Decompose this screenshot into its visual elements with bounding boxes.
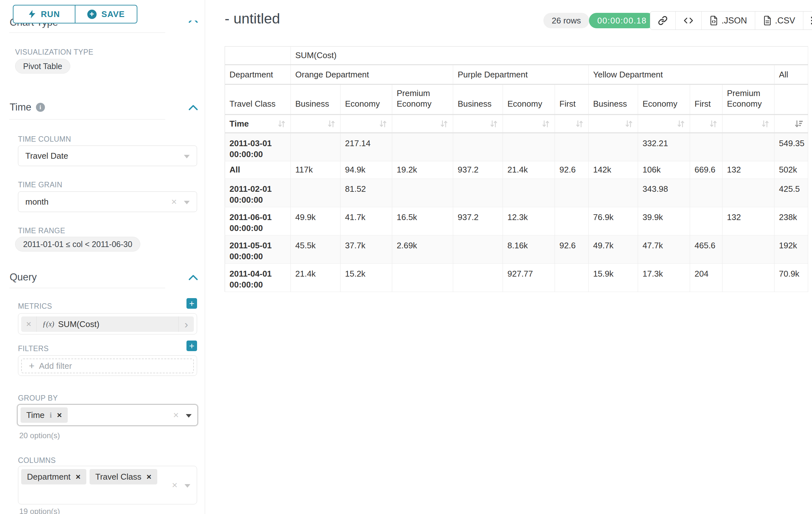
- add-filter-plus-button[interactable]: +: [186, 341, 197, 351]
- table-row: All117k94.9k19.2k937.221.4k92.6142k106k6…: [225, 161, 808, 179]
- clear-icon[interactable]: ×: [171, 197, 177, 207]
- visualization-type-pill[interactable]: Pivot Table: [15, 59, 70, 74]
- remove-pill-icon[interactable]: ×: [76, 472, 81, 482]
- pivot-sorter-cell: [638, 115, 690, 133]
- pivot-sorter-cell: [775, 115, 808, 133]
- pivot-value-cell: 39.9k: [638, 207, 690, 236]
- clear-icon[interactable]: ×: [173, 410, 179, 420]
- columns-label: COLUMNS: [18, 456, 56, 465]
- add-metric-button[interactable]: +: [186, 298, 197, 309]
- query-collapse-chevron-icon[interactable]: [188, 273, 199, 283]
- pivot-metric-header: SUM(Cost): [291, 47, 808, 65]
- pivot-value-cell: [555, 264, 589, 292]
- table-row: 2011-04-01 00:00:0021.4k15.2k927.7715.9k…: [225, 264, 808, 292]
- pivot-column-header: First: [555, 84, 589, 115]
- pivot-value-cell: 937.2: [453, 161, 503, 179]
- chart-type-collapse-chevron-icon[interactable]: [188, 21, 199, 24]
- pivot-value-cell: 45.5k: [291, 236, 341, 264]
- pivot-column-header: Business: [291, 84, 341, 115]
- pivot-value-cell: [690, 133, 722, 161]
- add-filter-button[interactable]: + Add filter: [21, 358, 194, 373]
- pivot-value-cell: 8.16k: [503, 236, 555, 264]
- pivot-value-cell: 21.4k: [503, 161, 555, 179]
- query-section-heading: Query: [10, 271, 37, 283]
- pivot-column-header: [775, 84, 808, 115]
- pivot-value-cell: 49.7k: [589, 236, 638, 264]
- metrics-field: × ƒ(x) SUM(Cost) ›: [18, 313, 197, 334]
- export-json-button[interactable]: .JSON: [701, 11, 755, 30]
- function-icon: ƒ(x): [42, 320, 54, 328]
- sort-toggle-icon[interactable]: [489, 119, 498, 128]
- pivot-value-cell: 92.6: [555, 161, 589, 179]
- embed-code-button[interactable]: [675, 11, 701, 30]
- pivot-value-cell: [392, 179, 453, 207]
- pivot-value-cell: 238k: [775, 207, 808, 236]
- group-by-select[interactable]: Time i × ×: [17, 404, 198, 426]
- pivot-group-header: All: [775, 65, 808, 84]
- pivot-value-cell: 37.7k: [341, 236, 392, 264]
- metrics-label: METRICS: [18, 302, 52, 310]
- pivot-column-header: Economy: [638, 84, 690, 115]
- pivot-value-cell: 142k: [589, 161, 638, 179]
- chart-title[interactable]: - untitled: [225, 10, 280, 27]
- expand-metric-icon[interactable]: ›: [178, 317, 194, 332]
- sort-toggle-icon[interactable]: [761, 119, 770, 128]
- columns-select[interactable]: Department × Travel Class × ×: [18, 466, 197, 504]
- sort-toggle-icon[interactable]: [625, 119, 633, 128]
- file-text-icon: [763, 16, 772, 26]
- columns-pill-travel-class[interactable]: Travel Class ×: [90, 469, 157, 484]
- pivot-value-cell: 549.35: [775, 133, 808, 161]
- columns-pill-department[interactable]: Department ×: [21, 469, 86, 484]
- export-csv-button[interactable]: .CSV: [755, 11, 803, 30]
- remove-pill-icon[interactable]: ×: [147, 472, 151, 482]
- row-count-badge: 26 rows: [543, 13, 589, 28]
- pivot-row-label: 2011-02-01 00:00:00: [225, 179, 291, 207]
- pivot-value-cell: [453, 179, 503, 207]
- pivot-value-cell: 16.5k: [392, 207, 453, 236]
- pivot-value-cell: [392, 133, 453, 161]
- pivot-value-cell: 106k: [638, 161, 690, 179]
- run-button[interactable]: RUN: [13, 5, 75, 23]
- pivot-value-cell: 47.7k: [638, 236, 690, 264]
- remove-metric-icon[interactable]: ×: [21, 317, 37, 332]
- sort-toggle-icon[interactable]: [327, 119, 336, 128]
- pivot-value-cell: 132: [722, 207, 775, 236]
- sort-toggle-icon[interactable]: [676, 119, 685, 128]
- groupby-pill-time[interactable]: Time i ×: [21, 407, 68, 423]
- sort-active-descending-icon[interactable]: [795, 119, 803, 128]
- pivot-sorter-cell: [722, 115, 775, 133]
- pivot-value-cell: [291, 133, 341, 161]
- section-divider: [9, 32, 165, 33]
- metric-pill[interactable]: × ƒ(x) SUM(Cost) ›: [21, 317, 194, 332]
- sort-toggle-icon[interactable]: [542, 119, 550, 128]
- menu-button[interactable]: [803, 11, 812, 30]
- hamburger-menu-icon: [811, 17, 812, 24]
- clear-icon[interactable]: ×: [172, 480, 177, 490]
- time-grain-select[interactable]: month ×: [18, 191, 197, 212]
- groupby-options-hint: 20 option(s): [19, 431, 60, 440]
- time-range-pill[interactable]: 2011-01-01 ≤ col < 2011-06-30: [15, 237, 140, 251]
- sort-toggle-icon[interactable]: [277, 119, 286, 128]
- sort-toggle-icon[interactable]: [440, 119, 448, 128]
- code-icon: [683, 16, 694, 25]
- section-divider: [9, 288, 165, 288]
- sort-toggle-icon[interactable]: [575, 119, 584, 128]
- pivot-value-cell: 12.3k: [503, 207, 555, 236]
- pivot-group-header: Orange Department: [291, 65, 453, 84]
- pivot-value-cell: [392, 264, 453, 292]
- sort-toggle-icon[interactable]: [709, 119, 718, 128]
- save-button[interactable]: + SAVE: [75, 5, 137, 23]
- file-code-icon: [709, 16, 718, 26]
- remove-pill-icon[interactable]: ×: [57, 410, 62, 420]
- table-row: 2011-03-01 00:00:00217.14332.21549.35: [225, 133, 808, 161]
- copy-link-button[interactable]: [650, 11, 675, 30]
- sort-toggle-icon[interactable]: [379, 119, 387, 128]
- pivot-table-container: SUM(Cost)DepartmentOrange DepartmentPurp…: [225, 46, 808, 292]
- pivot-value-cell: [503, 133, 555, 161]
- time-column-label: TIME COLUMN: [18, 135, 71, 143]
- chevron-down-icon: [184, 484, 190, 488]
- time-column-select[interactable]: Travel Date: [18, 145, 197, 166]
- time-collapse-chevron-icon[interactable]: [188, 104, 199, 113]
- pivot-row-label: 2011-04-01 00:00:00: [225, 264, 291, 292]
- plus-circle-icon: +: [87, 10, 96, 19]
